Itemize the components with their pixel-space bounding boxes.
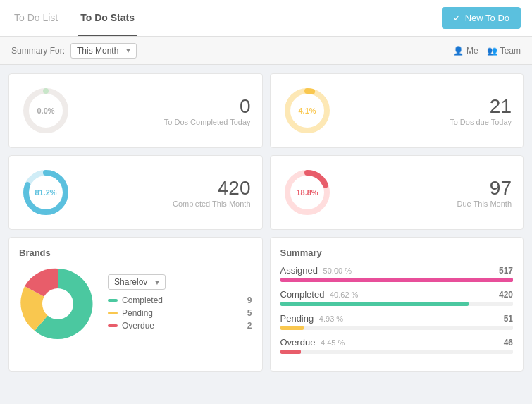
summary-completed: Completed 40.62 % 420 <box>280 289 514 306</box>
completed-legend-label: Completed <box>122 295 243 305</box>
pending-dot <box>108 312 118 314</box>
pending-bar-fill <box>280 326 304 330</box>
card-completed-today-info: 0 To Dos Completed Today <box>164 95 251 126</box>
summary-overdue: Overdue 4.45 % 46 <box>280 337 514 354</box>
completed-month-value: 420 <box>173 177 250 200</box>
brand-select[interactable]: Sharelov Brand A Brand B <box>108 274 166 290</box>
pending-legend-value: 5 <box>247 308 252 318</box>
legend-item-overdue: Overdue 2 <box>108 321 252 331</box>
completed-bar-fill <box>280 302 469 306</box>
donut-completed-month: 81.2% <box>20 167 71 218</box>
new-todo-label: New To Do <box>465 13 509 23</box>
summary-assigned-label: Assigned 50.00 % <box>280 265 352 276</box>
tab-group: To Do List To Do Stats <box>11 1 137 36</box>
team-filter[interactable]: 👥 Team <box>487 46 521 56</box>
card-due-month: 18.8% 97 Due This Month <box>270 155 524 230</box>
assigned-bar-bg <box>280 278 514 282</box>
assigned-pct: 50.00 % <box>323 267 352 275</box>
completed-legend-value: 9 <box>247 295 252 305</box>
completed-pct: 40.62 % <box>330 290 358 299</box>
assigned-bar-fill <box>280 278 514 282</box>
toolbar: Summary For: This Month This Week Today … <box>0 37 532 65</box>
summary-overdue-header: Overdue 4.45 % 46 <box>280 337 514 348</box>
main-content: 0.0% 0 To Dos Completed Today 4.1% 21 To… <box>0 65 532 380</box>
toolbar-left: Summary For: This Month This Week Today … <box>11 43 137 59</box>
due-today-label: To Dos due Today <box>450 118 512 126</box>
overdue-dot <box>108 324 118 327</box>
summary-completed-header: Completed 40.62 % 420 <box>280 289 514 300</box>
legend-item-pending: Pending 5 <box>108 308 252 318</box>
legend-item-completed: Completed 9 <box>108 295 252 305</box>
check-icon: ✓ <box>453 13 461 23</box>
summary-pending-header: Pending 4.93 % 51 <box>280 313 514 324</box>
completed-today-label: To Dos Completed Today <box>164 118 251 126</box>
svg-text:0.0%: 0.0% <box>37 106 54 115</box>
card-due-month-info: 97 Due This Month <box>457 177 512 208</box>
due-month-value: 97 <box>457 177 512 200</box>
summary-assigned-header: Assigned 50.00 % 517 <box>280 265 514 276</box>
bottom-row: Brands Sharelov <box>8 237 524 372</box>
overdue-pct: 4.45 % <box>321 338 345 347</box>
assigned-name: Assigned <box>280 265 318 276</box>
pending-num: 51 <box>504 314 513 324</box>
completed-bar-bg <box>280 302 514 306</box>
svg-text:18.8%: 18.8% <box>296 188 318 197</box>
tab-todo-stats[interactable]: To Do Stats <box>78 1 137 36</box>
summary-assigned: Assigned 50.00 % 517 <box>280 265 514 282</box>
completed-name: Completed <box>280 289 325 300</box>
card-completed-month: 81.2% 420 Completed This Month <box>8 155 263 230</box>
pending-bar-bg <box>280 326 514 330</box>
card-completed-today: 0.0% 0 To Dos Completed Today <box>8 73 263 148</box>
summary-completed-label: Completed 40.62 % <box>280 289 359 300</box>
donut-due-today: 4.1% <box>282 85 333 136</box>
top-cards-row: 0.0% 0 To Dos Completed Today 4.1% 21 To… <box>8 73 524 148</box>
due-today-value: 21 <box>450 95 512 118</box>
team-label: Team <box>500 46 521 56</box>
summary-pending: Pending 4.93 % 51 <box>280 313 514 330</box>
brand-select-wrapper: Sharelov Brand A Brand B ▼ <box>108 274 166 290</box>
svg-point-12 <box>42 288 73 319</box>
completed-month-label: Completed This Month <box>173 200 250 208</box>
summary-pending-label: Pending 4.93 % <box>280 313 344 324</box>
brands-pie-chart <box>19 265 97 343</box>
completed-today-value: 0 <box>164 95 251 118</box>
brands-card: Brands Sharelov <box>8 237 263 372</box>
donut-completed-today: 0.0% <box>20 85 71 136</box>
summary-overdue-label: Overdue 4.45 % <box>280 337 345 348</box>
pending-pct: 4.93 % <box>319 314 343 323</box>
overdue-num: 46 <box>504 338 513 348</box>
overdue-name: Overdue <box>280 337 316 348</box>
period-select-wrapper: This Month This Week Today All Time ▼ <box>70 43 137 59</box>
summary-card: Summary Assigned 50.00 % 517 Completed <box>270 237 524 372</box>
me-filter[interactable]: 👤 Me <box>453 46 478 56</box>
summary-title: Summary <box>280 247 514 258</box>
card-due-today-info: 21 To Dos due Today <box>450 95 512 126</box>
brands-content: Sharelov Brand A Brand B ▼ Completed 9 <box>19 265 252 343</box>
assigned-num: 517 <box>499 266 513 276</box>
me-label: Me <box>466 46 478 56</box>
overdue-legend-value: 2 <box>247 321 252 331</box>
brands-legend: Sharelov Brand A Brand B ▼ Completed 9 <box>108 274 252 333</box>
svg-text:4.1%: 4.1% <box>298 106 316 115</box>
pending-name: Pending <box>280 313 314 324</box>
summary-for-label: Summary For: <box>11 46 65 56</box>
overdue-bar-bg <box>280 350 514 354</box>
donut-due-month: 18.8% <box>282 167 333 218</box>
overdue-legend-label: Overdue <box>122 321 243 331</box>
completed-dot <box>108 299 118 302</box>
tab-todo-list[interactable]: To Do List <box>11 1 61 36</box>
second-cards-row: 81.2% 420 Completed This Month 18.8% 97 … <box>8 155 524 230</box>
pending-legend-label: Pending <box>122 308 243 318</box>
card-completed-month-info: 420 Completed This Month <box>173 177 250 208</box>
person-icon: 👤 <box>453 46 464 56</box>
card-due-today: 4.1% 21 To Dos due Today <box>270 73 524 148</box>
brands-title: Brands <box>19 247 252 258</box>
svg-text:81.2%: 81.2% <box>35 188 56 197</box>
completed-num: 420 <box>499 290 513 300</box>
new-todo-button[interactable]: ✓ New To Do <box>442 7 521 29</box>
period-select[interactable]: This Month This Week Today All Time <box>70 43 137 59</box>
toolbar-right: 👤 Me 👥 Team <box>453 46 521 56</box>
overdue-bar-fill <box>280 350 302 354</box>
team-icon: 👥 <box>487 46 497 56</box>
brands-select-row: Sharelov Brand A Brand B ▼ <box>108 274 252 290</box>
